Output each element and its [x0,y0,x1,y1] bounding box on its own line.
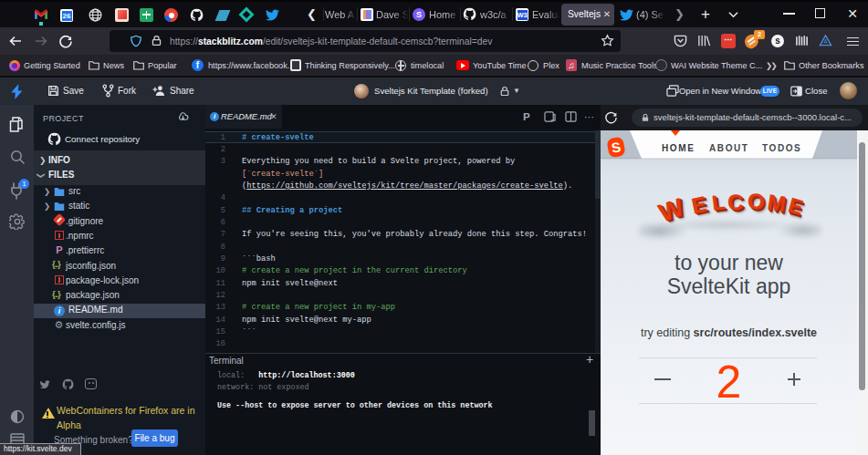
svg-text:A: A [823,38,828,45]
